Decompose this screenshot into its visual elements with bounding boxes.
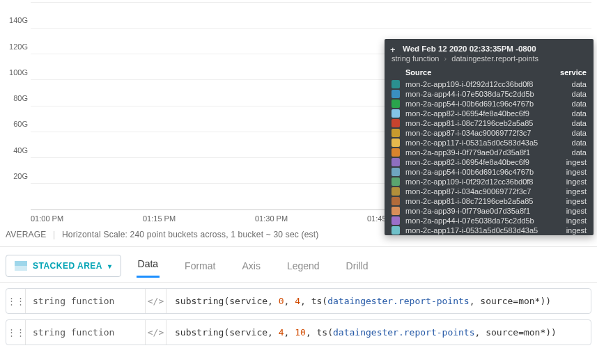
tooltip-source: mon-2a-app54-i-00b6d691c96c4767b: [405, 168, 556, 176]
tooltip-service: ingest: [556, 207, 587, 215]
grid-line: [31, 2, 591, 3]
tooltip-service: data: [556, 139, 587, 147]
series-swatch: [391, 139, 400, 147]
tooltip-breadcrumb-right: dataingester.report-points: [451, 54, 538, 63]
query-body[interactable]: substring(service, 0, 4, ts(dataingester…: [166, 289, 591, 313]
drag-handle-icon[interactable]: ⋮⋮: [6, 320, 26, 345]
info-scale-text: Horizontal Scale: 240 point buckets acro…: [62, 230, 319, 239]
tooltip-col-service: service: [552, 68, 587, 77]
x-tick: 01:30 PM: [255, 214, 367, 223]
y-tick: 40G: [13, 146, 28, 155]
tooltip-row: mon-2c-app87-i-034ac90069772f3c7data: [385, 128, 594, 138]
y-tick: 120G: [9, 42, 28, 51]
code-toggle-button[interactable]: </>: [146, 320, 166, 345]
tooltip-service: data: [556, 129, 587, 137]
series-swatch: [391, 207, 400, 215]
chart-type-button[interactable]: STACKED AREA ▾: [6, 255, 121, 277]
tooltip-row: mon-2c-app82-i-06954fe8a40bec6f9data: [385, 109, 594, 118]
series-swatch: [391, 119, 400, 127]
tooltip-service: ingest: [556, 168, 587, 176]
y-tick: 80G: [13, 94, 28, 102]
x-tick: 01:15 PM: [143, 214, 255, 223]
tooltip-row: mon-2c-app87-i-034ac90069772f3c7ingest: [385, 187, 594, 196]
tooltip-row: mon-2a-app44-i-07e5038da75c2dd5bdata: [385, 89, 594, 99]
tooltip-row: mon-2c-app109-i-0f292d12cc36bd0f8data: [385, 79, 594, 89]
tooltip-row: mon-2c-app81-i-08c72196ceb2a5a85ingest: [385, 196, 594, 206]
tooltip-source: mon-2a-app44-i-07e5038da75c2dd5b: [405, 90, 556, 98]
series-swatch: [391, 129, 400, 137]
tooltip-row: mon-2c-app117-i-0531a5d0c583d43a5ingest: [385, 225, 594, 235]
chart-type-label: STACKED AREA: [33, 261, 102, 271]
query-row: ⋮⋮string function</>substring(service, 0…: [6, 288, 591, 314]
tooltip-source: mon-2c-app87-i-034ac90069772f3c7: [405, 129, 556, 137]
query-body[interactable]: substring(service, 4, 10, ts(dataingeste…: [166, 320, 591, 345]
tooltip-row: mon-2c-app117-i-0531a5d0c583d43a5data: [385, 138, 594, 148]
tooltip-service: ingest: [556, 216, 587, 225]
tooltip-column-headers: Source service: [385, 65, 594, 79]
tooltip-service: ingest: [556, 197, 587, 205]
info-metric: AVERAGE: [6, 230, 47, 239]
series-swatch: [391, 109, 400, 118]
series-swatch: [391, 197, 400, 205]
tooltip-col-source: Source: [405, 68, 552, 77]
query-name[interactable]: string function: [26, 320, 146, 345]
tooltip-row: mon-2c-app81-i-08c72196ceb2a5a85data: [385, 118, 594, 128]
tabs-row: STACKED AREA ▾ DataFormatAxisLegendDrill…: [0, 247, 597, 283]
tooltip-source: mon-2c-app82-i-06954fe8a40bec6f9: [405, 158, 556, 166]
tooltip-service: data: [556, 119, 587, 127]
query-name[interactable]: string function: [26, 289, 146, 313]
y-tick: 100G: [9, 68, 28, 77]
series-swatch: [391, 158, 400, 166]
tab-drilld[interactable]: Drilld: [345, 256, 370, 276]
tab-legend[interactable]: Legend: [286, 256, 321, 276]
tooltip-service: ingest: [556, 177, 587, 186]
tooltip-row: mon-2c-app82-i-06954fe8a40bec6f9ingest: [385, 157, 594, 167]
query-row: ⋮⋮string function</>substring(service, 4…: [6, 319, 591, 345]
chart-area: 20G40G60G80G100G120G140G160G 01:00 PM01:…: [0, 0, 597, 223]
chart-tooltip: + Wed Feb 12 2020 02:33:35PM -0800 strin…: [385, 39, 594, 235]
tab-axis[interactable]: Axis: [240, 256, 261, 276]
tooltip-source: mon-2c-app109-i-0f292d12cc36bd0f8: [405, 177, 556, 186]
series-swatch: [391, 148, 400, 157]
series-swatch: [391, 226, 400, 235]
y-tick: 60G: [13, 120, 28, 128]
tooltip-row: mon-2a-app44-i-07e5038da75c2dd5bingest: [385, 216, 594, 225]
tooltip-source: mon-2c-app81-i-08c72196ceb2a5a85: [405, 119, 556, 127]
tooltip-row: mon-2a-app39-i-0f779ae0d7d35a8f1data: [385, 148, 594, 157]
chevron-down-icon: ▾: [108, 262, 112, 270]
series-swatch: [391, 80, 400, 88]
chevron-right-icon: ›: [444, 54, 447, 63]
tooltip-service: data: [556, 90, 587, 98]
tooltip-row: mon-2a-app54-i-00b6d691c96c4767bdata: [385, 99, 594, 109]
stacked-area-icon: [15, 261, 27, 271]
drag-handle-icon[interactable]: ⋮⋮: [6, 289, 26, 313]
series-swatch: [391, 177, 400, 186]
separator-icon: |: [53, 230, 55, 239]
series-swatch: [391, 216, 400, 225]
tooltip-source: mon-2a-app39-i-0f779ae0d7d35a8f1: [405, 207, 556, 215]
tooltip-service: ingest: [556, 187, 587, 196]
tooltip-source: mon-2c-app117-i-0531a5d0c583d43a5: [405, 139, 556, 147]
tooltip-breadcrumb: string function › dataingester.report-po…: [391, 54, 587, 63]
tooltip-service: ingest: [556, 226, 587, 235]
tooltip-service: ingest: [556, 158, 587, 166]
tab-format[interactable]: Format: [183, 256, 217, 276]
tooltip-service: data: [556, 109, 587, 118]
grid-line: [31, 28, 591, 29]
code-toggle-button[interactable]: </>: [146, 289, 166, 313]
pin-icon[interactable]: +: [390, 45, 396, 55]
tooltip-source: mon-2a-app44-i-07e5038da75c2dd5b: [405, 216, 556, 225]
series-swatch: [391, 168, 400, 176]
tab-data[interactable]: Data: [137, 254, 160, 278]
tooltip-service: data: [556, 80, 587, 88]
y-tick: 20G: [13, 172, 28, 180]
y-axis: 20G40G60G80G100G120G140G160G: [6, 3, 31, 210]
tooltip-row: mon-2a-app54-i-00b6d691c96c4767bingest: [385, 167, 594, 177]
tooltip-source: mon-2c-app117-i-0531a5d0c583d43a5: [405, 226, 556, 235]
series-swatch: [391, 90, 400, 98]
tooltip-service: data: [556, 148, 587, 157]
tooltip-source: mon-2c-app109-i-0f292d12cc36bd0f8: [405, 80, 556, 88]
tooltip-timestamp: Wed Feb 12 2020 02:33:35PM -0800: [391, 45, 587, 53]
series-swatch: [391, 100, 400, 108]
tooltip-source: mon-2c-app87-i-034ac90069772f3c7: [405, 187, 556, 196]
